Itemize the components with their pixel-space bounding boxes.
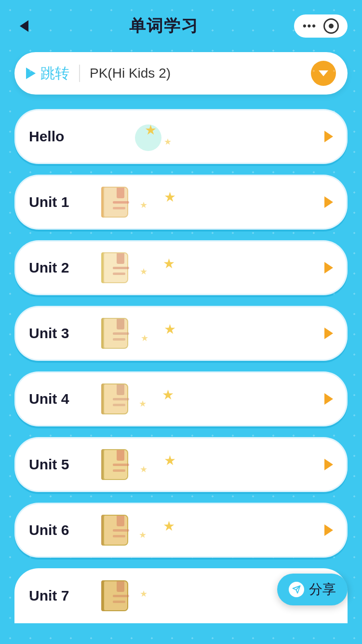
dropdown-arrow-icon — [319, 70, 328, 76]
book-icon — [101, 382, 130, 416]
list-item[interactable]: Hello ★ ★ — [14, 109, 348, 164]
record-inner — [329, 24, 334, 28]
unit-name: Unit 1 — [29, 194, 96, 210]
list-item[interactable]: Unit 4 ★ ★ — [14, 371, 348, 426]
unit-name: Unit 5 — [29, 456, 96, 473]
unit-name: Unit 6 — [29, 522, 96, 538]
unit-name: Unit 4 — [29, 391, 96, 407]
star-icon: ★ — [140, 589, 147, 599]
jump-label[interactable]: 跳转 — [40, 64, 69, 83]
star-icon: ★ — [140, 266, 147, 277]
unit-decoration: ★ ★ — [96, 185, 324, 219]
jump-divider — [79, 65, 80, 82]
star-icon: ★ — [164, 189, 176, 205]
unit-name: Unit 2 — [29, 260, 96, 276]
star-icon: ★ — [164, 137, 172, 147]
star-icon: ★ — [141, 333, 148, 343]
unit-name: Unit 7 — [29, 588, 96, 604]
back-icon — [20, 20, 28, 32]
page-title: 单词学习 — [129, 15, 199, 37]
list-item[interactable]: Unit 3 ★ ★ — [14, 306, 348, 361]
header: 单词学习 ••• — [0, 0, 362, 47]
list-item[interactable]: Unit 1 ★ ★ — [14, 175, 348, 230]
book-icon — [101, 316, 130, 350]
chevron-right-icon — [324, 262, 333, 274]
book-icon — [101, 579, 130, 613]
unit-decoration: ★ ★ — [96, 251, 324, 285]
star-icon: ★ — [145, 122, 157, 138]
unit-decoration: ★ ★ — [96, 316, 324, 350]
jump-arrow-icon — [26, 68, 36, 79]
chevron-right-icon — [324, 196, 333, 208]
share-button[interactable]: 分享 — [277, 574, 348, 605]
star-icon: ★ — [140, 464, 147, 475]
dropdown-button[interactable] — [311, 61, 336, 86]
book-icon — [101, 448, 130, 481]
book-icon — [101, 251, 130, 285]
unit-decoration: ★ ★ — [96, 382, 324, 416]
chevron-right-icon — [324, 328, 333, 339]
unit-decoration: ★ ★ — [96, 120, 324, 153]
unit-decoration: ★ ★ — [96, 448, 324, 481]
jump-left: 跳转 — [26, 64, 69, 83]
chevron-right-icon — [324, 393, 333, 405]
chevron-right-icon — [324, 459, 333, 470]
star-icon: ★ — [163, 256, 175, 272]
star-icon: ★ — [140, 200, 147, 210]
unit-list: Hello ★ ★ Unit 1 ★ ★ Unit 2 — [0, 109, 362, 558]
share-label: 分享 — [309, 580, 336, 599]
star-icon: ★ — [164, 321, 176, 337]
record-button[interactable] — [323, 18, 339, 34]
star-icon: ★ — [164, 452, 176, 468]
list-item[interactable]: Unit 6 ★ ★ — [14, 503, 348, 558]
chevron-right-icon — [324, 524, 333, 536]
share-icon — [289, 582, 304, 597]
back-button[interactable] — [14, 16, 34, 36]
star-icon: ★ — [163, 518, 175, 534]
header-actions: ••• — [294, 14, 348, 38]
star-icon: ★ — [162, 387, 174, 403]
more-options-icon[interactable]: ••• — [303, 20, 317, 32]
unit-name: Hello — [29, 128, 96, 145]
jump-bar: 跳转 PK(Hi Kids 2) — [14, 52, 348, 95]
list-item[interactable]: Unit 2 ★ ★ — [14, 240, 348, 295]
star-icon: ★ — [139, 530, 147, 540]
book-icon — [101, 513, 130, 547]
book-icon — [101, 185, 130, 219]
chevron-right-icon — [324, 131, 333, 142]
unit-name: Unit 3 — [29, 325, 96, 342]
course-name: PK(Hi Kids 2) — [90, 66, 311, 81]
star-icon: ★ — [139, 398, 147, 409]
list-item[interactable]: Unit 5 ★ ★ — [14, 437, 348, 492]
unit-decoration: ★ ★ — [96, 513, 324, 547]
